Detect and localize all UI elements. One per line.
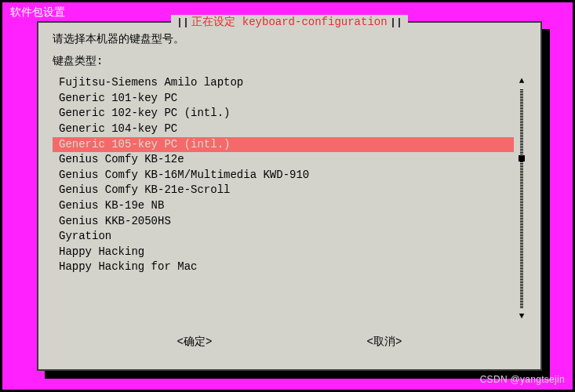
list-item[interactable]: Happy Hacking for Mac	[53, 260, 514, 275]
list-item[interactable]: Fujitsu-Siemens Amilo laptop	[53, 75, 514, 91]
dialog-title: 正在设定 keyboard-configuration	[171, 15, 407, 31]
list-item[interactable]: Genius KB-19e NB	[53, 198, 514, 214]
ok-button[interactable]: <确定>	[177, 335, 213, 350]
scroll-up-icon[interactable]: ▲	[519, 75, 525, 87]
list-item[interactable]: Generic 105-key PC (intl.)	[53, 137, 514, 153]
list-item[interactable]: Genius Comfy KB-12e	[53, 152, 514, 168]
list-item[interactable]: Genius Comfy KB-16M/Multimedia KWD-910	[53, 168, 514, 183]
scroll-thumb[interactable]	[519, 155, 525, 162]
list-item[interactable]: Happy Hacking	[53, 245, 514, 260]
watermark: CSDN @yangtsejin	[480, 373, 565, 387]
list-item[interactable]: Genius Comfy KB-21e-Scroll	[53, 183, 514, 198]
scrollbar[interactable]: ▲ ▼	[517, 75, 526, 322]
keyboard-type-list[interactable]: Fujitsu-Siemens Amilo laptopGeneric 101-…	[53, 75, 514, 322]
list-item[interactable]: Generic 101-key PC	[53, 91, 514, 107]
cancel-button[interactable]: <取消>	[367, 335, 402, 350]
list-label: 键盘类型:	[53, 54, 526, 70]
dialog-prompt: 请选择本机器的键盘型号。	[53, 32, 526, 48]
scroll-track[interactable]	[520, 89, 523, 309]
list-item[interactable]: Generic 104-key PC	[53, 122, 514, 137]
scroll-down-icon[interactable]: ▼	[519, 310, 525, 322]
list-item[interactable]: Generic 102-key PC (intl.)	[53, 106, 514, 122]
list-item[interactable]: Gyration	[53, 229, 514, 245]
list-item[interactable]: Genius KKB-2050HS	[53, 214, 514, 230]
dialog: 正在设定 keyboard-configuration 请选择本机器的键盘型号。…	[37, 21, 542, 371]
